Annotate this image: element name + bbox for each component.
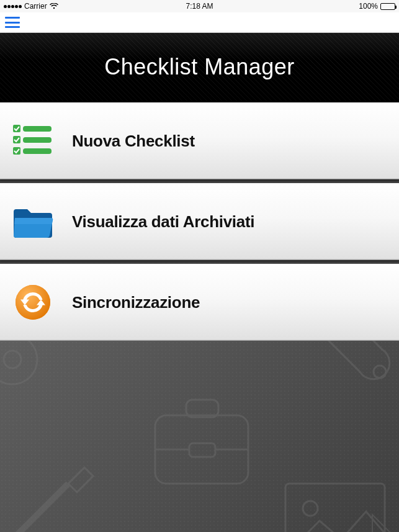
sync-icon (11, 281, 55, 324)
svg-rect-1 (23, 126, 52, 132)
status-right: 100% (200, 2, 396, 11)
svg-point-8 (0, 341, 37, 384)
title-header: Checklist Manager (0, 33, 399, 102)
svg-rect-13 (189, 443, 215, 457)
svg-rect-4 (13, 147, 20, 155)
svg-point-10 (374, 366, 386, 378)
svg-rect-5 (23, 148, 52, 154)
status-time: 7:18 AM (186, 2, 213, 11)
main-menu: Nuova Checklist Visualizza dati Archivia… (0, 102, 399, 341)
svg-point-17 (303, 501, 318, 516)
battery-percent: 100% (359, 2, 378, 11)
status-left: Carrier (4, 2, 200, 11)
svg-rect-16 (285, 484, 385, 532)
wifi-icon (50, 3, 58, 9)
folder-icon (11, 200, 55, 243)
svg-point-7 (16, 285, 50, 320)
svg-rect-3 (23, 137, 52, 143)
battery-icon (380, 3, 395, 10)
signal-strength-icon (4, 5, 22, 8)
nav-bar (0, 12, 399, 33)
carrier-label: Carrier (24, 2, 47, 11)
svg-point-9 (4, 351, 21, 368)
menu-item-new-checklist[interactable]: Nuova Checklist (0, 102, 399, 179)
menu-item-label: Sincronizzazione (72, 293, 200, 312)
svg-rect-2 (13, 136, 20, 143)
checklist-icon (11, 119, 55, 163)
svg-rect-0 (13, 125, 20, 132)
menu-item-label: Nuova Checklist (72, 132, 195, 151)
menu-item-label: Visualizza dati Archiviati (72, 212, 254, 232)
page-title: Checklist Manager (104, 54, 295, 80)
menu-icon[interactable] (5, 17, 20, 28)
menu-item-view-archived[interactable]: Visualizza dati Archiviati (0, 183, 399, 260)
menu-item-sync[interactable]: Sincronizzazione (0, 264, 399, 341)
status-bar: Carrier 7:18 AM 100% (0, 0, 399, 12)
background-pattern (0, 341, 399, 532)
